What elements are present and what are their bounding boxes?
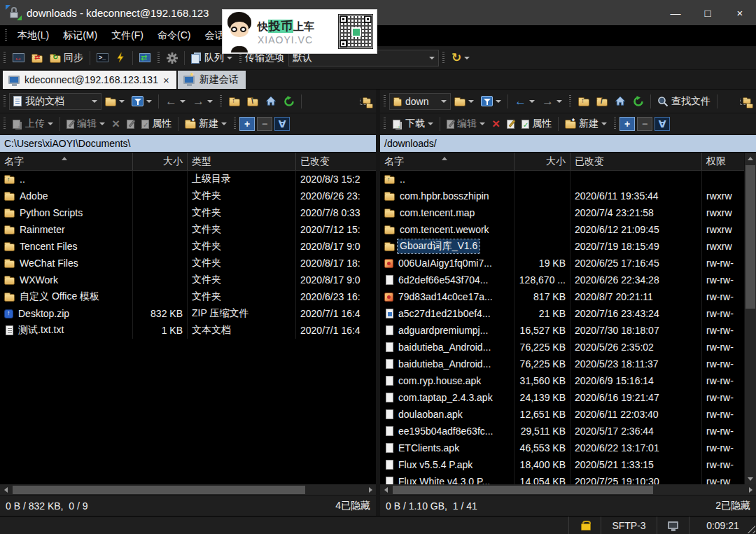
connection-segment[interactable]: [657, 517, 689, 534]
file-row[interactable]: Flux v5.5.4 P.apk18,400 KB2020/5/21 1:33…: [380, 456, 756, 473]
file-row[interactable]: ee195b04adf8e63fc...29,511 KB2020/5/17 2…: [380, 423, 756, 440]
back-button[interactable]: ←: [162, 94, 189, 108]
rename-button[interactable]: [503, 118, 518, 130]
toolbar-grip[interactable]: [4, 52, 6, 64]
home-directory-button[interactable]: [262, 94, 280, 108]
file-row[interactable]: 79d83ad14c0ce17a...817 KB2020/8/7 20:21:…: [380, 288, 756, 305]
open-terminal-button[interactable]: >_: [93, 52, 112, 64]
local-hidden-count[interactable]: 4已隐藏: [335, 500, 370, 512]
scroll-right-arrow[interactable]: [745, 484, 756, 496]
transfer-settings-button[interactable]: ⇄: [136, 52, 154, 64]
properties-button[interactable]: ✓属性: [518, 116, 555, 132]
scrollbar-thumb[interactable]: [13, 486, 305, 494]
minimize-button[interactable]: —: [659, 0, 692, 25]
select-remove-button[interactable]: −: [257, 117, 272, 131]
column-header-size[interactable]: 大小: [514, 153, 570, 170]
file-row[interactable]: WXWork文件夹2020/8/17 9:0: [0, 272, 376, 288]
edit-button[interactable]: 编辑: [63, 116, 108, 132]
select-remove-button[interactable]: −: [637, 117, 652, 131]
open-console-button[interactable]: [112, 51, 130, 64]
file-row[interactable]: ..: [380, 171, 756, 188]
menu-local[interactable]: 本地(L): [10, 29, 56, 42]
file-row[interactable]: com.hpbr.bosszhipin2020/6/11 19:35:44rwx…: [380, 188, 756, 204]
file-row[interactable]: baidutieba_Android...76,225 KB2020/5/26 …: [380, 339, 756, 356]
file-row[interactable]: a5c27d1ed21b0ef4...21 KB2020/7/16 23:43:…: [380, 305, 756, 322]
scrollbar-thumb[interactable]: [746, 165, 755, 309]
scroll-right-arrow[interactable]: [365, 484, 376, 496]
file-row[interactable]: Gboard词库_V1.62020/7/19 18:15:49rwxrw: [380, 238, 756, 255]
menu-file[interactable]: 文件(F): [104, 29, 150, 42]
directory-tree-button[interactable]: [735, 94, 756, 108]
transfer-preset-cycle-button[interactable]: ↻: [448, 49, 473, 66]
tab-session-active[interactable]: kdeconnect@192.168.123.131 ×: [3, 71, 176, 89]
tab-close-icon[interactable]: ×: [163, 74, 169, 86]
file-row[interactable]: 6d2def66e543f704...128,670 ...2020/6/26 …: [380, 272, 756, 288]
select-add-button[interactable]: +: [239, 117, 255, 131]
column-header-changed[interactable]: 已改变: [570, 153, 702, 170]
download-button[interactable]: →下载: [389, 116, 437, 132]
toolbar-grip[interactable]: [442, 52, 444, 64]
toolbar-grip[interactable]: [569, 95, 571, 108]
remote-hidden-count[interactable]: 2已隐藏: [715, 500, 750, 512]
file-row[interactable]: com.tencent.map2020/7/4 23:21:58rwxrw: [380, 204, 756, 221]
tab-new-session[interactable]: * 新建会话: [178, 71, 246, 89]
delete-button[interactable]: ×: [489, 117, 503, 131]
root-directory-button[interactable]: /: [593, 95, 611, 108]
file-row[interactable]: Rainmeter文件夹2020/7/12 15:: [0, 221, 376, 238]
file-row[interactable]: Tencent Files文件夹2020/8/17 9:0: [0, 238, 376, 255]
find-files-button[interactable]: 查找文件: [654, 94, 714, 109]
toolbar-grip[interactable]: [239, 52, 241, 64]
toolbar-grip[interactable]: [5, 29, 7, 42]
file-row[interactable]: 自定义 Office 模板文件夹2020/6/23 16:: [0, 288, 376, 305]
select-invert-button[interactable]: ∀: [654, 117, 670, 131]
rename-button[interactable]: [123, 118, 138, 130]
toolbar-grip[interactable]: [4, 95, 6, 108]
directory-tree-button[interactable]: [355, 94, 376, 108]
toolbar-grip[interactable]: [384, 118, 386, 130]
open-directory-button[interactable]: [102, 95, 128, 108]
file-row[interactable]: com.tencent.wework2020/6/12 21:09:45rwxr…: [380, 221, 756, 238]
new-button[interactable]: *新建: [561, 116, 610, 132]
select-add-button[interactable]: +: [620, 117, 635, 131]
file-row[interactable]: ..上级目录2020/8/3 15:2: [0, 171, 376, 188]
refresh-button[interactable]: [280, 94, 298, 108]
file-row[interactable]: ETClients.apk46,553 KB2020/6/22 13:17:01…: [380, 440, 756, 456]
home-directory-button[interactable]: [611, 94, 629, 108]
synchronize-browsing-button[interactable]: ⇄: [28, 52, 46, 64]
edit-button[interactable]: 编辑: [443, 116, 489, 132]
refresh-button[interactable]: [629, 94, 648, 108]
close-button[interactable]: ×: [724, 0, 756, 25]
properties-button[interactable]: ✓属性: [138, 116, 175, 132]
forward-button[interactable]: →: [189, 94, 216, 108]
toolbar-grip[interactable]: [384, 95, 386, 108]
column-header-changed[interactable]: 已改变: [296, 153, 376, 170]
delete-button[interactable]: ×: [108, 117, 123, 131]
local-path-bar[interactable]: C:\Users\xiAOYI\Documents\: [0, 135, 376, 153]
file-row[interactable]: com.ryp.house.apk31,560 KB2020/6/9 15:16…: [380, 372, 756, 389]
scroll-up-arrow[interactable]: [745, 153, 756, 164]
file-row[interactable]: com.taptap_2.4.3.apk24,139 KB2020/6/16 1…: [380, 389, 756, 406]
compare-directories-button[interactable]: ↔: [9, 52, 28, 64]
synchronize-button[interactable]: ↻同步: [46, 50, 87, 66]
back-button[interactable]: ←: [511, 94, 538, 108]
file-row[interactable]: doulaoban.apk12,651 KB2020/6/11 22:03:40…: [380, 406, 756, 423]
scroll-left-arrow[interactable]: [380, 484, 391, 496]
filter-button[interactable]: [128, 94, 155, 108]
file-row[interactable]: 006UaIAigy1fq0mi7...19 KB2020/6/25 17:16…: [380, 255, 756, 272]
toolbar-grip[interactable]: [4, 118, 6, 130]
local-horizontal-scrollbar[interactable]: [0, 484, 376, 496]
remote-horizontal-scrollbar[interactable]: [380, 484, 756, 496]
encryption-segment[interactable]: [568, 517, 601, 534]
file-row[interactable]: WeChat Files文件夹2020/8/17 18:: [0, 255, 376, 272]
parent-directory-button[interactable]: ↑: [225, 95, 244, 108]
file-row[interactable]: 测试.txt.txt1 KB文本文档2020/7/1 16:4: [0, 322, 376, 339]
maximize-button[interactable]: □: [692, 0, 724, 25]
local-location-select[interactable]: 我的文档: [9, 93, 102, 110]
scroll-left-arrow[interactable]: [0, 484, 11, 496]
file-row[interactable]: Python Scripts文件夹2020/7/8 0:33: [0, 204, 376, 221]
menu-command[interactable]: 命令(C): [150, 29, 197, 42]
toolbar-grip[interactable]: [234, 118, 236, 130]
open-directory-button[interactable]: [451, 95, 477, 108]
remote-path-bar[interactable]: /downloads/: [380, 135, 756, 153]
upload-button[interactable]: →上传: [9, 116, 57, 132]
